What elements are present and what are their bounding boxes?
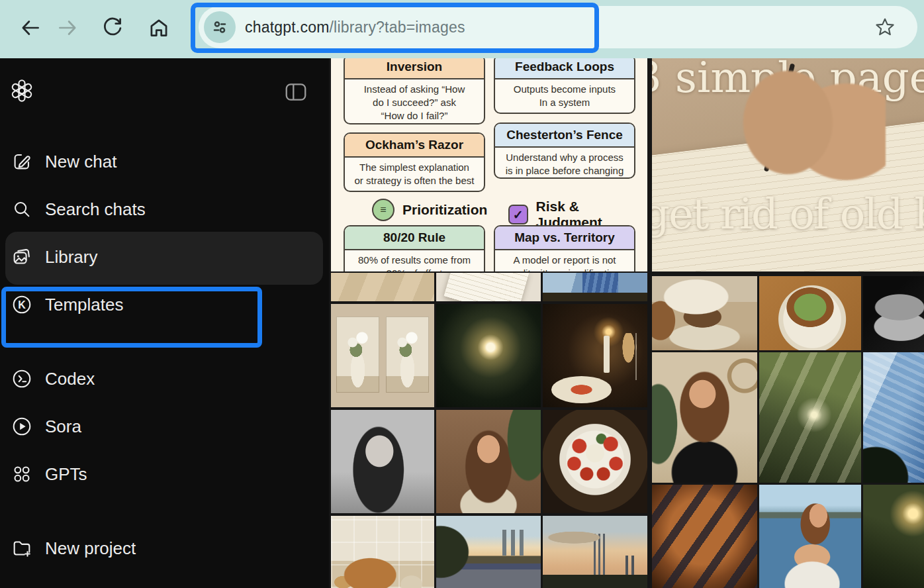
card-title: Inversion	[345, 58, 484, 79]
site-settings-button[interactable]	[204, 11, 236, 43]
library-tile-river-sunset[interactable]	[436, 516, 541, 588]
tune-icon	[214, 23, 225, 32]
library-tile-open-book[interactable]	[436, 273, 541, 301]
library-tile-woman-by-lake[interactable]	[759, 485, 861, 588]
library-tile-journal-writing[interactable]: 3 simple pages get rid of old be	[652, 58, 924, 271]
sidebar-item-gpts[interactable]: GPTs	[0, 456, 329, 493]
url-text[interactable]: chatgpt.com/library?tab=images	[245, 6, 465, 48]
sidebar-item-templates[interactable]: K Templates	[0, 286, 329, 323]
notebook-overlay-line2: get rid of old be	[652, 189, 915, 238]
infographic-card-ockhams-razor: Ockham’s Razor The simplest explanation …	[344, 132, 485, 192]
list-icon: ≡	[372, 199, 394, 221]
sidebar-item-codex[interactable]: Codex	[0, 360, 329, 397]
browser-window: chatgpt.com/library?tab=images	[0, 0, 924, 588]
infographic-card-chestertons-fence: Chesterton’s Fence Understand why a proc…	[494, 122, 635, 179]
card-title: Chesterton’s Fence	[495, 124, 634, 148]
library-tile-candlelit-dinner[interactable]	[543, 304, 647, 407]
svg-text:K: K	[18, 299, 26, 311]
library-tile-living-room[interactable]	[652, 276, 757, 350]
library-tile-bw-hands[interactable]	[863, 276, 924, 350]
card-body: The simplest explanation or strategy is …	[345, 158, 484, 191]
gpts-icon	[11, 463, 33, 485]
pen-shape	[764, 64, 795, 172]
new-chat-icon	[11, 150, 33, 173]
bookmark-button[interactable]	[872, 15, 898, 40]
library-tile-skyline-sunset[interactable]	[543, 516, 647, 588]
sidebar-item-label: Library	[45, 247, 97, 268]
new-project-icon	[11, 537, 33, 560]
url-domain: chatgpt.com	[245, 19, 330, 36]
library-image-grid: Inversion Instead of asking “How do I su…	[329, 58, 924, 588]
sidebar-item-label: Search chats	[45, 199, 146, 220]
card-body: A model or report is not reality, it’s a…	[495, 250, 634, 271]
library-tile-glass-towers[interactable]	[543, 273, 647, 301]
library-tile-bw-portrait[interactable]	[331, 410, 434, 513]
library-tile-blue-skyscraper[interactable]	[863, 352, 924, 483]
back-button[interactable]	[17, 15, 44, 41]
library-tile-forest-sunbeams[interactable]	[759, 352, 861, 483]
sidebar-item-label: New project	[45, 538, 136, 559]
checkbox-icon: ✓	[508, 205, 528, 224]
sidebar-item-label: Codex	[45, 369, 95, 389]
templates-icon: K	[11, 293, 33, 316]
library-tile-woman-with-plants[interactable]	[652, 352, 757, 483]
sidebar-toggle-button[interactable]	[283, 79, 308, 105]
library-tile-forest-sun-flare[interactable]	[863, 485, 924, 588]
card-title: Ockham’s Razor	[345, 134, 484, 158]
wine-glass-shape	[622, 333, 637, 381]
library-icon	[11, 246, 33, 268]
panel-toggle-icon	[287, 84, 306, 99]
sidebar-item-new-chat[interactable]: New chat	[0, 143, 329, 180]
library-tile-bread-counter[interactable]	[331, 516, 434, 588]
library-tile-caprese-plate[interactable]	[543, 410, 647, 513]
library-tile-beige-fabric[interactable]	[331, 273, 434, 301]
card-body: Instead of asking “How do I succeed?” as…	[345, 79, 484, 124]
sidebar-item-label: Templates	[45, 295, 124, 315]
library-tile-warm-portrait[interactable]	[436, 410, 541, 513]
section-label: Prioritization	[402, 202, 487, 218]
card-title: 80/20 Rule	[345, 226, 484, 250]
infographic-card-map-vs-territory: Map vs. Territory A model or report is n…	[494, 225, 635, 271]
card-body: 80% of results come from 20% of effort	[345, 250, 484, 271]
library-tile-grilled-steak[interactable]	[652, 485, 757, 588]
search-icon	[11, 198, 33, 220]
notebook-overlay-line1: 3 simple pages	[652, 58, 907, 102]
card-body: Understand why a process is in place bef…	[495, 148, 634, 179]
card-title: Feedback Loops	[495, 58, 634, 79]
library-tile-mental-models-infographic[interactable]: Inversion Instead of asking “How do I su…	[331, 58, 647, 271]
home-icon	[152, 21, 166, 36]
sidebar-item-library[interactable]: Library	[0, 238, 329, 275]
url-path: /library?tab=images	[330, 19, 465, 36]
back-arrow-icon	[23, 22, 38, 34]
sora-icon	[11, 415, 33, 438]
sidebar-item-search-chats[interactable]: Search chats	[0, 191, 329, 228]
library-tile-flower-vases[interactable]	[331, 304, 434, 407]
sidebar: New chat Search chats Library K Template…	[0, 58, 329, 588]
sidebar-item-label: GPTs	[45, 464, 87, 485]
sidebar-item-sora[interactable]: Sora	[0, 408, 329, 445]
home-button[interactable]	[146, 15, 172, 41]
infographic-card-inversion: Inversion Instead of asking “How do I su…	[344, 58, 485, 124]
star-icon	[876, 19, 893, 34]
forward-arrow-icon	[60, 22, 75, 34]
sidebar-item-label: New chat	[45, 152, 116, 172]
sidebar-item-label: Sora	[45, 416, 81, 437]
infographic-card-8020-rule: 80/20 Rule 80% of results come from 20% …	[344, 225, 485, 271]
library-tile-avocado-toast[interactable]	[759, 276, 861, 350]
browser-toolbar: chatgpt.com/library?tab=images	[0, 0, 924, 58]
infographic-card-feedback-loops: Feedback Loops Outputs become inputs In …	[494, 58, 635, 114]
card-title: Map vs. Territory	[495, 226, 634, 250]
openai-logo-icon[interactable]	[9, 78, 34, 103]
reload-button[interactable]	[99, 15, 126, 41]
infographic-section-prioritization: ≡ Prioritization	[372, 199, 487, 221]
address-bar[interactable]: chatgpt.com/library?tab=images	[199, 6, 917, 48]
library-tile-dark-forest-sun[interactable]	[436, 304, 541, 407]
codex-icon	[11, 368, 33, 390]
reload-icon	[105, 19, 120, 34]
sidebar-item-new-project[interactable]: New project	[0, 530, 329, 567]
card-body: Outputs become inputs In a system	[495, 79, 634, 113]
forward-button[interactable]	[54, 15, 81, 41]
